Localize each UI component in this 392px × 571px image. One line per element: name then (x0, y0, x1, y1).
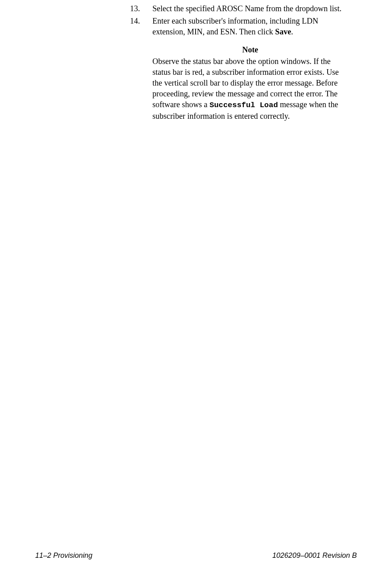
page-footer: 11–2 Provisioning 1026209–0001 Revision … (0, 551, 392, 560)
note-body-mono: Successful Load (210, 101, 278, 110)
step-text: Enter each subscriber's information, inc… (152, 16, 348, 37)
page-content: 13. Select the specified AROSC Name from… (0, 0, 392, 122)
step-13: 13. Select the specified AROSC Name from… (130, 3, 348, 14)
step-text: Select the specified AROSC Name from the… (152, 3, 348, 14)
step-text-bold: Save (275, 27, 291, 36)
footer-left: 11–2 Provisioning (35, 551, 92, 560)
footer-right: 1026209–0001 Revision B (272, 551, 357, 560)
note-body: Observe the status bar above the option … (152, 56, 348, 122)
step-text-after: . (291, 27, 293, 36)
step-text-before: Enter each subscriber's information, inc… (152, 16, 318, 36)
note-section: Note Observe the status bar above the op… (130, 45, 348, 122)
note-heading: Note (152, 45, 348, 54)
step-number: 13. (130, 3, 152, 14)
step-number: 14. (130, 16, 152, 37)
step-14: 14. Enter each subscriber's information,… (130, 16, 348, 37)
